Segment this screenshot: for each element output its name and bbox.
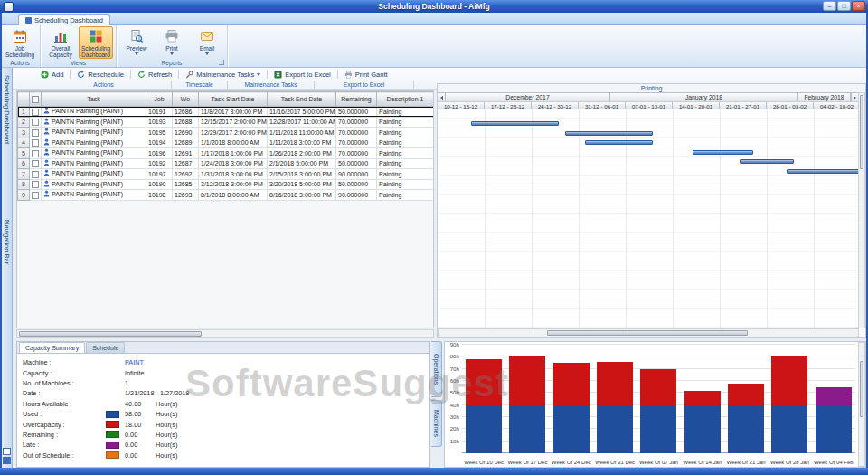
gantt-task-bar[interactable]	[565, 131, 653, 136]
job-scheduling-button[interactable]: Job Scheduling	[3, 26, 37, 59]
task-cell[interactable]: PAINTN Painting (PAINT)	[42, 158, 146, 169]
column-header-remaining[interactable]: Remaining	[336, 92, 377, 107]
tab-operations[interactable]: Operations	[431, 341, 442, 397]
row-number: 1	[18, 107, 30, 118]
bar-segment-used	[771, 405, 807, 453]
scrollbar-thumb[interactable]	[860, 361, 863, 417]
scrollbar-thumb[interactable]	[860, 95, 863, 169]
gantt-vertical-scrollbar[interactable]	[858, 92, 865, 328]
table-row[interactable]: 5PAINTN Painting (PAINT)10196126911/17/2…	[18, 148, 434, 159]
job-cell: 10192	[146, 158, 173, 169]
table-row[interactable]: 4PAINTN Painting (PAINT)10194126891/1/20…	[18, 138, 434, 148]
task-cell[interactable]: PAINTN Painting (PAINT)	[42, 117, 146, 128]
toolbar-button-print-gantt[interactable]: Print Gantt	[340, 69, 392, 80]
task-cell[interactable]: PAINTN Painting (PAINT)	[42, 107, 146, 118]
table-row[interactable]: 8PAINTN Painting (PAINT)10190126853/12/2…	[18, 179, 434, 190]
navigation-bar[interactable]: Scheduling Dashboard Navigation Bar	[2, 68, 13, 468]
chart-vertical-scrollbar[interactable]	[858, 342, 865, 467]
capacity-chart: 10h20h30h40h50h60h70h80h90h Week Of 10 D…	[444, 341, 866, 468]
row-checkbox[interactable]	[32, 109, 39, 116]
bar-segment-used	[509, 405, 545, 453]
legend-swatch	[106, 421, 119, 428]
legend-swatch	[106, 451, 119, 459]
task-cell[interactable]: PAINTN Painting (PAINT)	[42, 138, 146, 148]
column-header-task-end-date[interactable]: Task End Date	[268, 92, 336, 107]
row-checkbox[interactable]	[32, 129, 39, 137]
task-cell[interactable]: PAINTN Painting (PAINT)	[42, 179, 146, 190]
panel-layout-icon[interactable]	[3, 448, 11, 455]
field-value[interactable]: PAINT	[125, 358, 152, 366]
column-header-task-start-date[interactable]: Task Start Date	[199, 92, 268, 107]
table-row[interactable]: 1PAINTN Painting (PAINT)101911268611/8/2…	[18, 107, 434, 118]
table-row[interactable]: 9PAINTN Painting (PAINT)10198126938/1/20…	[18, 190, 434, 201]
button-label: Reschedule	[88, 71, 124, 79]
row-checkbox[interactable]	[32, 171, 39, 178]
task-cell[interactable]: PAINTN Painting (PAINT)	[42, 128, 146, 138]
field-label: Capacity :	[23, 369, 106, 377]
select-all-checkbox[interactable]	[32, 96, 39, 103]
navbar-label[interactable]: Navigation Bar	[3, 220, 11, 264]
remaining-cell: 90.000000	[336, 190, 377, 201]
column-header-job[interactable]: Job	[146, 92, 173, 107]
toolbar-button-maintenance-tasks[interactable]: Maintenance Tasks	[181, 69, 265, 80]
table-row[interactable]: 2PAINTN Painting (PAINT)101931268812/15/…	[18, 117, 434, 128]
row-checkbox[interactable]	[32, 160, 39, 167]
toolbar-button-export-to-excel[interactable]: Export to Excel	[269, 69, 335, 80]
close-button[interactable]: ×	[852, 1, 865, 11]
gantt-horizontal-scrollbar[interactable]	[438, 328, 859, 337]
gantt-scroll-left-button[interactable]	[438, 92, 446, 101]
grid-horizontal-scrollbar[interactable]	[16, 329, 434, 338]
description-cell: Painting	[377, 128, 434, 138]
row-number: 5	[18, 148, 30, 159]
task-cell[interactable]: PAINTN Painting (PAINT)	[42, 148, 146, 159]
minimize-button[interactable]: –	[823, 1, 836, 11]
tab-scheduling-dashboard[interactable]: Scheduling Dashboard	[18, 14, 110, 25]
row-number: 7	[18, 169, 30, 180]
field-value: Infinite	[125, 369, 152, 377]
panel-layout-alt-icon[interactable]	[3, 457, 11, 464]
dialog-launcher-icon[interactable]	[219, 60, 224, 65]
gantt-task-bar[interactable]	[585, 140, 652, 145]
column-header-description-1[interactable]: Description 1	[377, 92, 434, 107]
maximize-button[interactable]: □	[837, 1, 851, 11]
bar-segment-overcapacity	[553, 363, 590, 405]
row-checkbox[interactable]	[32, 192, 39, 199]
task-cell[interactable]: PAINTN Painting (PAINT)	[42, 190, 146, 201]
gantt-printing-label[interactable]: Printing	[438, 84, 865, 92]
toolbar-button-reschedule[interactable]: Reschedule	[72, 69, 128, 80]
description-cell: Painting	[377, 107, 434, 118]
row-checkbox[interactable]	[32, 181, 39, 188]
column-header-wo[interactable]: Wo	[173, 92, 199, 107]
overall-capacity-button[interactable]: Overall Capacity	[43, 26, 78, 59]
table-row[interactable]: 3PAINTN Painting (PAINT)101951269012/29/…	[18, 128, 434, 138]
print-button[interactable]: Print	[155, 26, 189, 58]
task-cell[interactable]: PAINTN Painting (PAINT)	[42, 169, 146, 180]
table-row[interactable]: 7PAINTN Painting (PAINT)10197126921/31/2…	[18, 169, 434, 180]
row-checkbox[interactable]	[32, 119, 39, 126]
gantt-task-bar[interactable]	[740, 159, 793, 164]
row-checkbox[interactable]	[32, 150, 39, 157]
tab-capacity-summary[interactable]: Capacity Summary	[19, 342, 85, 353]
bar-segment-overcapacity	[509, 356, 545, 404]
maintenance-icon	[185, 71, 193, 79]
email-button[interactable]: Email	[190, 26, 224, 58]
tab-machines[interactable]: Machines	[431, 400, 442, 447]
toolbar-button-refresh[interactable]: Refresh	[133, 69, 176, 80]
tab-label: Scheduling Dashboard	[34, 16, 103, 24]
scheduling-dashboard-button[interactable]: Scheduling Dashboard	[79, 26, 113, 59]
scrollbar-thumb[interactable]	[19, 331, 202, 337]
gantt-task-bar[interactable]	[787, 169, 859, 174]
tab-schedule[interactable]: Schedule	[86, 342, 125, 353]
scrollbar-thumb[interactable]	[547, 330, 748, 336]
bar-segment-used	[816, 405, 852, 453]
row-number: 9	[18, 190, 30, 201]
gantt-task-bar[interactable]	[471, 121, 559, 126]
column-header-task[interactable]: Task	[42, 92, 146, 107]
table-row[interactable]: 6PAINTN Painting (PAINT)10192126871/24/2…	[18, 158, 434, 169]
row-checkbox[interactable]	[32, 139, 39, 147]
gantt-task-bar[interactable]	[693, 150, 753, 155]
toolbar-button-add[interactable]: Add	[36, 69, 68, 80]
preview-button[interactable]: Preview	[119, 26, 154, 58]
navbar-scheduling-dashboard-label[interactable]: Scheduling Dashboard	[3, 75, 11, 144]
x-tick-label: Week Of 14 Jan	[682, 460, 723, 465]
